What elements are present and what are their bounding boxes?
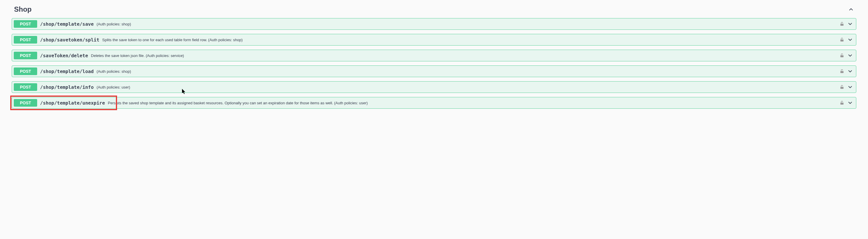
- chevron-down-icon[interactable]: [847, 37, 853, 43]
- endpoint-row[interactable]: POST/shop/template/unexpirePersists the …: [12, 97, 856, 109]
- svg-rect-1: [840, 39, 844, 41]
- section-header[interactable]: Shop: [12, 3, 856, 18]
- endpoint-path: /saveToken/delete: [40, 53, 88, 59]
- svg-rect-4: [840, 87, 844, 89]
- endpoint-row[interactable]: POST/shop/savetoken/splitSplits the save…: [12, 34, 856, 45]
- lock-icon[interactable]: [840, 69, 844, 74]
- chevron-down-icon[interactable]: [847, 100, 853, 106]
- endpoint-description: Deletes the save token json file. (Auth …: [91, 54, 840, 58]
- endpoint-description: Splits the save token to one for each us…: [102, 38, 840, 42]
- endpoint-row[interactable]: POST/shop/template/load(Auth policies: s…: [12, 65, 856, 77]
- endpoint-description: (Auth policies: shop): [97, 69, 840, 74]
- svg-rect-5: [840, 103, 844, 105]
- endpoint-row[interactable]: POST/saveToken/deleteDeletes the save to…: [12, 50, 856, 61]
- endpoints-list: POST/shop/template/save(Auth policies: s…: [12, 18, 856, 109]
- lock-icon[interactable]: [840, 22, 844, 26]
- endpoint-description: (Auth policies: user): [97, 85, 840, 90]
- method-badge: POST: [14, 36, 37, 43]
- chevron-down-icon[interactable]: [847, 68, 853, 74]
- chevron-down-icon[interactable]: [847, 21, 853, 27]
- endpoint-controls: [840, 84, 853, 90]
- method-badge: POST: [14, 52, 37, 59]
- lock-icon[interactable]: [840, 53, 844, 58]
- endpoint-description: Persists the saved shop template and its…: [108, 101, 840, 105]
- endpoint-path: /shop/template/info: [40, 84, 94, 90]
- endpoint-controls: [840, 68, 853, 74]
- endpoint-path: /shop/template/unexpire: [40, 100, 105, 106]
- lock-icon[interactable]: [840, 101, 844, 105]
- method-badge: POST: [14, 20, 37, 28]
- method-badge: POST: [14, 99, 37, 107]
- svg-rect-3: [840, 71, 844, 73]
- endpoint-controls: [840, 100, 853, 106]
- method-badge: POST: [14, 83, 37, 91]
- endpoint-path: /shop/savetoken/split: [40, 37, 99, 43]
- section-title: Shop: [14, 5, 32, 13]
- endpoint-controls: [840, 53, 853, 59]
- endpoint-path: /shop/template/load: [40, 69, 94, 74]
- lock-icon[interactable]: [840, 85, 844, 90]
- lock-icon[interactable]: [840, 37, 844, 42]
- endpoint-path: /shop/template/save: [40, 21, 94, 27]
- endpoint-description: (Auth policies: shop): [97, 22, 840, 26]
- endpoint-controls: [840, 21, 853, 27]
- chevron-down-icon[interactable]: [847, 53, 853, 59]
- svg-rect-0: [840, 24, 844, 26]
- method-badge: POST: [14, 68, 37, 75]
- svg-rect-2: [840, 55, 844, 57]
- chevron-down-icon[interactable]: [847, 84, 853, 90]
- chevron-up-icon[interactable]: [848, 6, 854, 12]
- endpoint-controls: [840, 37, 853, 43]
- endpoint-row[interactable]: POST/shop/template/info(Auth policies: u…: [12, 81, 856, 93]
- endpoint-row[interactable]: POST/shop/template/save(Auth policies: s…: [12, 18, 856, 30]
